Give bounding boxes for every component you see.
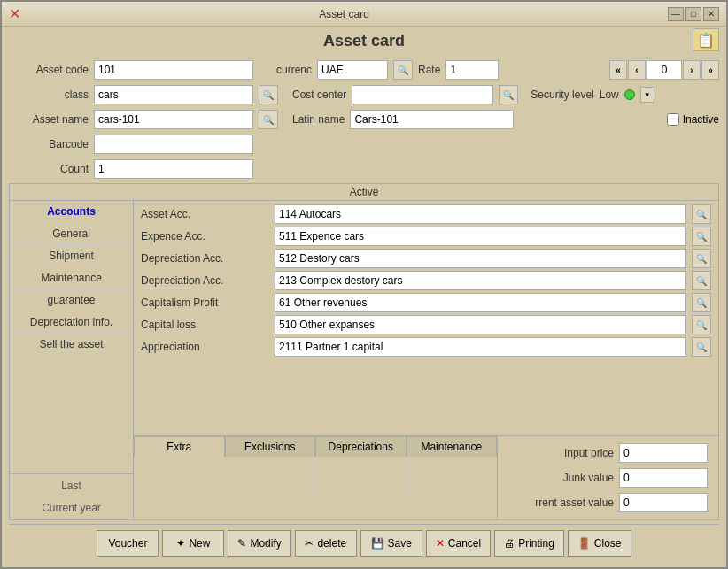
account-search-3[interactable]: 🔍 <box>692 271 711 290</box>
asset-name-input[interactable] <box>94 110 253 129</box>
security-dropdown[interactable]: ▼ <box>640 87 654 103</box>
extra-last-cell <box>134 457 225 477</box>
count-input[interactable] <box>94 159 253 179</box>
modify-button[interactable]: ✎ Modify <box>228 530 290 557</box>
bookmark-icon[interactable]: 📋 <box>693 28 719 51</box>
form-row-1: Asset code currenc 🔍 Rate « ‹ › » <box>9 59 719 81</box>
tabs-section: Extra Exclusions Depreciations Maintenan… <box>134 436 497 519</box>
window-controls: — □ ✕ <box>668 7 719 21</box>
sidebar-item-shipment[interactable]: Shipment <box>10 245 133 267</box>
junk-value-row: Junk value <box>508 468 708 488</box>
maximize-button[interactable]: □ <box>685 7 701 21</box>
voucher-label: Voucher <box>108 537 147 550</box>
cost-center-search-button[interactable]: 🔍 <box>499 85 518 104</box>
asset-code-input[interactable] <box>94 60 253 80</box>
cost-center-input[interactable] <box>352 85 493 104</box>
sidebar-bottom-last[interactable]: Last <box>10 475 133 497</box>
maintenance-cy-cell <box>407 478 497 499</box>
main-panel: Active Accounts General Shipment Mainten… <box>9 183 719 520</box>
account-search-6[interactable]: 🔍 <box>692 337 711 357</box>
class-search-button[interactable]: 🔍 <box>259 85 278 104</box>
account-label-1: Expence Acc. <box>141 230 269 242</box>
asset-name-search-button[interactable]: 🔍 <box>259 110 278 129</box>
currency-search-button[interactable]: 🔍 <box>393 60 413 80</box>
tab-maintenance[interactable]: Maintenance <box>407 436 498 457</box>
account-input-4[interactable] <box>275 293 686 312</box>
latin-name-input[interactable] <box>350 110 514 129</box>
new-button[interactable]: ✦ New <box>162 530 224 557</box>
inactive-checkbox[interactable] <box>667 113 679 126</box>
window-title: Asset card <box>20 8 668 20</box>
account-search-2[interactable]: 🔍 <box>692 249 711 268</box>
exclusions-cy-cell <box>225 478 316 499</box>
account-row-5: Capital loss 🔍 <box>141 315 711 334</box>
account-input-5[interactable] <box>275 315 686 334</box>
sidebar-item-guarantee[interactable]: guarantee <box>10 289 133 311</box>
sidebar-item-accounts[interactable]: Accounts <box>10 201 133 223</box>
close-window-button[interactable]: ✕ <box>703 7 719 21</box>
account-input-0[interactable] <box>275 204 686 224</box>
close-button[interactable]: 🚪 Close <box>568 530 631 557</box>
minimize-button[interactable]: — <box>668 7 684 21</box>
cancel-button[interactable]: ✕ Cancel <box>426 530 491 557</box>
currency-input[interactable] <box>317 60 388 80</box>
nav-last-button[interactable]: » <box>701 60 719 80</box>
junk-value-input[interactable] <box>619 468 708 488</box>
asset-name-label: Asset name <box>9 113 89 126</box>
voucher-button[interactable]: Voucher <box>97 530 159 557</box>
account-search-5[interactable]: 🔍 <box>692 315 711 334</box>
close-label: Close <box>594 537 622 550</box>
save-button[interactable]: 💾 Save <box>360 530 422 557</box>
class-input[interactable] <box>94 85 253 104</box>
account-input-2[interactable] <box>275 249 686 268</box>
nav-prev-button[interactable]: ‹ <box>628 60 646 80</box>
account-label-5: Capital loss <box>141 319 269 331</box>
page-title: Asset card <box>323 32 405 50</box>
sidebar-item-sell[interactable]: Sell the asset <box>10 334 133 356</box>
nav-first-button[interactable]: « <box>609 60 627 80</box>
sidebar-bottom-current-year[interactable]: Current year <box>10 497 133 519</box>
save-icon: 💾 <box>371 537 384 550</box>
account-label-0: Asset Acc. <box>141 208 269 220</box>
nav-input[interactable] <box>647 60 682 80</box>
table-row-last <box>134 457 497 478</box>
left-nav: Accounts General Shipment Maintenance gu… <box>10 201 134 519</box>
modify-icon: ✎ <box>237 537 246 550</box>
account-input-1[interactable] <box>275 227 686 246</box>
table-row-current-year <box>134 478 497 499</box>
bottom-section: Extra Exclusions Depreciations Maintenan… <box>134 435 718 519</box>
barcode-input[interactable] <box>94 135 253 154</box>
count-label: Count <box>9 163 89 175</box>
right-panel: Asset Acc. 🔍 Expence Acc. 🔍 Depreciation… <box>134 201 718 519</box>
account-row-4: Capitalism Profit 🔍 <box>141 293 711 312</box>
input-price-input[interactable] <box>619 443 708 463</box>
tab-extra[interactable]: Extra <box>134 436 225 457</box>
extra-cy-cell <box>134 478 225 499</box>
nav-next-button[interactable]: › <box>683 60 701 80</box>
account-input-6[interactable] <box>275 337 686 357</box>
summary-section: Input price Junk value rrent asset value <box>497 436 718 519</box>
delete-icon: ✂ <box>305 537 314 550</box>
account-search-4[interactable]: 🔍 <box>692 293 711 312</box>
latin-name-label: Latin name <box>292 113 345 126</box>
currency-label: currenc <box>276 64 312 76</box>
current-asset-input[interactable] <box>619 493 708 512</box>
active-label: Active <box>10 184 718 201</box>
delete-button[interactable]: ✂ delete <box>295 530 357 557</box>
sidebar-item-general[interactable]: General <box>10 223 133 245</box>
account-label-2: Depreciation Acc. <box>141 252 269 265</box>
account-search-1[interactable]: 🔍 <box>692 227 711 246</box>
printing-button[interactable]: 🖨 Printing <box>494 530 564 557</box>
account-label-3: Depreciation Acc. <box>141 274 269 287</box>
account-search-0[interactable]: 🔍 <box>692 204 711 224</box>
account-input-3[interactable] <box>275 271 686 290</box>
rate-input[interactable] <box>445 60 499 80</box>
sidebar-item-depreciation[interactable]: Depreciation info. <box>10 311 133 334</box>
account-row-6: Appreciation 🔍 <box>141 337 711 357</box>
tab-header-row: Extra Exclusions Depreciations Maintenan… <box>134 436 497 457</box>
tab-depreciations[interactable]: Depreciations <box>315 436 407 457</box>
sidebar-item-maintenance[interactable]: Maintenance <box>10 267 133 289</box>
form-row-3: Asset name 🔍 Latin name Inactive <box>9 109 719 130</box>
tab-exclusions[interactable]: Exclusions <box>225 436 316 457</box>
new-label: New <box>189 537 210 550</box>
